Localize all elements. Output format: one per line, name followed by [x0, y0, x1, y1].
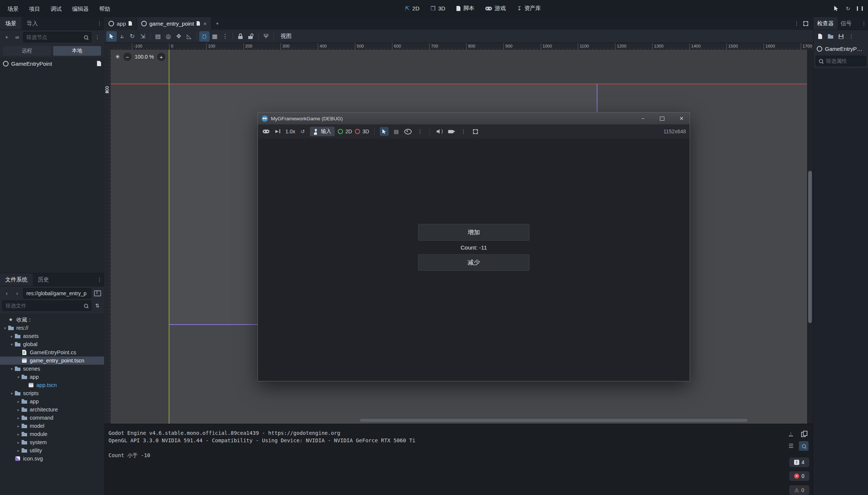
scene-tab-app[interactable]: app [104, 17, 137, 30]
workspace-3d[interactable]: ❒ 3D [431, 5, 446, 12]
center-view-icon[interactable]: ✳ [115, 53, 120, 60]
tree-item[interactable]: global [0, 340, 104, 348]
tree-item[interactable]: app [0, 397, 104, 406]
tree-item[interactable]: GameEntryPoint.cs [0, 348, 104, 356]
expand-panel-icon[interactable] [801, 19, 810, 28]
workspace-game[interactable]: 游戏 [485, 5, 506, 12]
tab-signals[interactable]: 信号 [838, 17, 855, 30]
debugger-badge[interactable]: ! 4 [789, 457, 809, 467]
tree-item[interactable]: command [0, 414, 104, 422]
menu-item[interactable]: 编辑器 [67, 0, 94, 17]
property-filter-input[interactable] [825, 58, 864, 64]
tree-item[interactable]: res:// [0, 324, 104, 332]
tree-item[interactable]: assets [0, 332, 104, 340]
vertical-scrollbar[interactable] [807, 50, 813, 424]
tree-item[interactable]: scenes [0, 365, 104, 373]
node-filter-input[interactable] [26, 34, 82, 40]
tree-item[interactable]: model [0, 422, 104, 430]
tree-item[interactable]: 收藏： [0, 316, 104, 324]
scale-tool-icon[interactable]: ⇲ [137, 31, 148, 42]
replay-icon[interactable]: ↺ [298, 127, 307, 136]
add-node-button[interactable]: + [2, 33, 11, 42]
tree-item[interactable]: utility [0, 446, 104, 455]
input-toggle-button[interactable]: 输入 [310, 127, 335, 136]
joypad-icon[interactable] [262, 127, 271, 136]
workspace-2d[interactable]: ⇱ 2D [405, 5, 420, 12]
speed-selector[interactable]: 1.0x [285, 128, 295, 134]
tree-item[interactable]: app [0, 373, 104, 381]
move-tool-icon[interactable] [117, 31, 127, 42]
menu-item[interactable]: 场景 [2, 0, 24, 17]
sort-files-icon[interactable]: ⇅ [93, 301, 102, 310]
cursor-tool-icon[interactable] [380, 127, 389, 136]
horizontal-ruler[interactable]: -100010020030040050060070080090010001100… [111, 43, 813, 50]
close-tab-icon[interactable]: × [203, 20, 207, 27]
tree-item[interactable]: module [0, 430, 104, 438]
menu-item[interactable]: 调试 [45, 0, 67, 17]
more-options-icon[interactable]: ⋮ [415, 127, 424, 136]
new-resource-icon[interactable] [816, 32, 825, 41]
pause-button[interactable] [855, 4, 864, 13]
search-log-button[interactable] [799, 441, 809, 451]
eye-icon[interactable] [404, 127, 412, 136]
decrease-button[interactable]: 减少 [418, 254, 529, 271]
instantiate-scene-icon[interactable]: ∞ [13, 33, 22, 42]
nav-back-icon[interactable]: ‹ [2, 289, 11, 298]
dock-options-icon[interactable]: ⋮ [859, 19, 868, 28]
warnings-badge[interactable]: ⚠ 0 [789, 485, 809, 495]
ruler-icon[interactable]: ◺ [184, 31, 194, 42]
interaction-cursor-icon[interactable] [832, 4, 841, 13]
unlock-icon[interactable] [246, 31, 256, 42]
save-resource-icon[interactable] [836, 32, 845, 41]
tree-item[interactable]: game_entry_point.tscn [0, 356, 104, 365]
tree-item[interactable]: architecture [0, 406, 104, 414]
tree-item[interactable]: icon.svg [0, 455, 104, 463]
workspace-assetlib[interactable]: ↧ 资产库 [517, 5, 541, 12]
errors-badge[interactable]: ✕ 0 [789, 471, 809, 481]
tree-item[interactable]: app.tscn [0, 381, 104, 389]
tree-item[interactable]: scripts [0, 389, 104, 397]
resource-options-icon[interactable]: ⋮ [847, 32, 856, 41]
split-view-icon[interactable] [93, 289, 102, 298]
next-frame-icon[interactable] [273, 127, 282, 136]
tree-item[interactable]: system [0, 438, 104, 446]
smart-snap-icon[interactable]: Ω [199, 31, 210, 42]
tab-list-icon[interactable]: ⋮ [792, 19, 801, 28]
increase-button[interactable]: 增加 [418, 224, 529, 241]
new-scene-tab-button[interactable]: + [213, 19, 222, 28]
select-tool-icon[interactable] [106, 31, 117, 42]
maximize-button[interactable] [654, 113, 670, 124]
output-log[interactable]: Godot Engine v4.6.stable.mono.official.8… [108, 429, 768, 459]
grid-snap-icon[interactable]: ▦ [210, 31, 220, 42]
current-path-input[interactable] [26, 290, 89, 297]
restart-icon[interactable]: ↻ [843, 4, 852, 13]
local-button[interactable]: 本地 [53, 46, 101, 56]
horizontal-scrollbar[interactable] [360, 419, 748, 422]
script-icon[interactable] [97, 61, 101, 66]
tab-inspector[interactable]: 检查器 [813, 17, 838, 30]
pivot-icon[interactable]: ◎ [163, 31, 174, 42]
collapse-log-button[interactable]: ☰ [786, 441, 796, 451]
load-resource-icon[interactable] [826, 32, 835, 41]
volume-icon[interactable] [435, 127, 444, 136]
minimize-button[interactable]: − [635, 113, 651, 124]
camera-override-icon[interactable] [447, 127, 456, 136]
scene-tab-game-entry-point[interactable]: game_entry_point × [137, 17, 211, 30]
fullscreen-icon[interactable] [471, 127, 480, 136]
tab-scene[interactable]: 场景 [0, 17, 22, 30]
filesystem-tree[interactable]: 收藏： res:// assets [0, 313, 104, 495]
camera-options-icon[interactable]: ⋮ [459, 127, 468, 136]
scrollbar-thumb[interactable] [808, 171, 812, 323]
list-select-icon[interactable]: ▤ [392, 127, 401, 136]
scene-tree-root-node[interactable]: GameEntryPoint [0, 59, 104, 68]
nav-forward-icon[interactable]: › [13, 289, 22, 298]
vertical-ruler[interactable]: 0100200300400500600700800900 [104, 50, 111, 424]
mode-2d-toggle[interactable]: 2D [338, 128, 352, 134]
dock-options-icon[interactable]: ⋮ [95, 275, 104, 284]
view-menu-button[interactable]: 视图 [276, 33, 296, 40]
zoom-in-button[interactable]: + [157, 53, 165, 61]
dock-options-icon[interactable]: ⋮ [95, 19, 104, 28]
zoom-out-button[interactable]: − [123, 53, 132, 61]
tab-import[interactable]: 导入 [22, 17, 43, 30]
mode-3d-toggle[interactable]: 3D [355, 128, 369, 134]
